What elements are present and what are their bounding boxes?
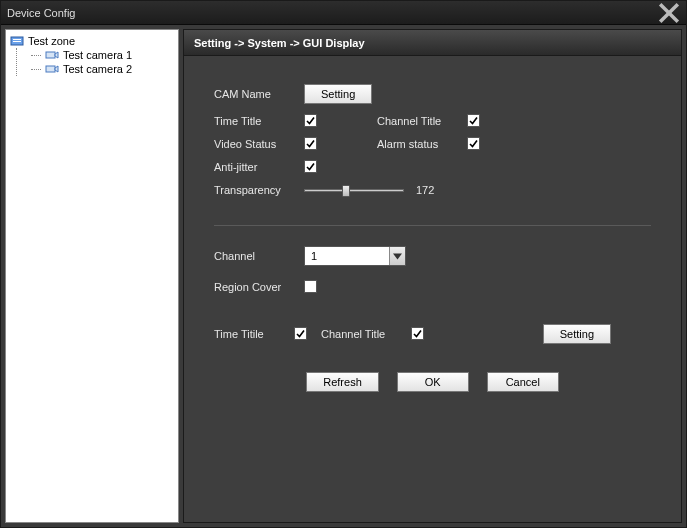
channel-setting-button[interactable]: Setting	[543, 324, 611, 344]
tree-item-camera-1[interactable]: Test camera 1	[17, 48, 176, 62]
tree-item-camera-2[interactable]: Test camera 2	[17, 62, 176, 76]
alarm-status-label: Alarm status	[377, 138, 467, 150]
cam-name-label: CAM Name	[214, 88, 304, 100]
video-status-checkbox[interactable]	[304, 137, 317, 150]
channel-select-value: 1	[305, 250, 389, 262]
cam-name-row: CAM Name Setting	[214, 84, 651, 104]
tree-root-test-zone[interactable]: Test zone	[8, 34, 176, 48]
close-icon[interactable]	[658, 4, 680, 22]
svg-rect-4	[13, 41, 21, 42]
channel-title2-checkbox[interactable]	[411, 327, 424, 340]
video-status-label: Video Status	[214, 138, 304, 150]
alarm-status-checkbox[interactable]	[467, 137, 480, 150]
tree-root-label: Test zone	[28, 35, 75, 47]
main-panel: Setting -> System -> GUI Display CAM Nam…	[183, 29, 682, 523]
transparency-slider[interactable]	[304, 183, 404, 197]
tree-item-label: Test camera 1	[63, 49, 132, 61]
channel-title-checkbox[interactable]	[467, 114, 480, 127]
time-title2-checkbox[interactable]	[294, 327, 307, 340]
transparency-value: 172	[416, 184, 434, 196]
camera-icon	[45, 63, 59, 75]
time-channel-title-row: Time Title Channel Title	[214, 114, 651, 127]
tree-item-label: Test camera 2	[63, 63, 132, 75]
bottom-titles-row: Time Titile Channel Title Setting	[214, 327, 651, 340]
footer-buttons: Refresh OK Cancel	[214, 350, 651, 400]
window-title: Device Config	[7, 7, 658, 19]
svg-rect-3	[13, 39, 21, 40]
refresh-button[interactable]: Refresh	[306, 372, 379, 392]
svg-rect-5	[46, 52, 55, 58]
time-title2-label: Time Titile	[214, 328, 294, 340]
breadcrumb: Setting -> System -> GUI Display	[184, 30, 681, 56]
region-cover-checkbox[interactable]	[304, 280, 317, 293]
channel-title2-label: Channel Title	[321, 328, 411, 340]
channel-label: Channel	[214, 250, 304, 262]
titlebar: Device Config	[1, 1, 686, 25]
anti-jitter-checkbox[interactable]	[304, 160, 317, 173]
settings-panel: CAM Name Setting Time Title Channel Titl…	[184, 56, 681, 522]
cam-name-setting-button[interactable]: Setting	[304, 84, 372, 104]
section-divider	[214, 225, 651, 226]
zone-icon	[10, 35, 24, 47]
transparency-row: Transparency 172	[214, 183, 651, 197]
anti-jitter-row: Anti-jitter	[214, 160, 651, 173]
time-title-label: Time Title	[214, 115, 304, 127]
channel-title-label: Channel Title	[377, 115, 467, 127]
svg-marker-9	[393, 253, 402, 259]
video-alarm-status-row: Video Status Alarm status	[214, 137, 651, 150]
region-cover-row: Region Cover	[214, 280, 651, 293]
device-config-window: Device Config Test zone Test	[0, 0, 687, 528]
window-body: Test zone Test camera 1 Test camera 2	[1, 25, 686, 527]
ok-button[interactable]: OK	[397, 372, 469, 392]
camera-icon	[45, 49, 59, 61]
cancel-button[interactable]: Cancel	[487, 372, 559, 392]
transparency-label: Transparency	[214, 184, 304, 196]
time-title-checkbox[interactable]	[304, 114, 317, 127]
chevron-down-icon	[389, 247, 405, 265]
region-cover-label: Region Cover	[214, 281, 304, 293]
channel-row: Channel 1	[214, 246, 651, 266]
device-tree: Test zone Test camera 1 Test camera 2	[5, 29, 179, 523]
svg-rect-7	[46, 66, 55, 72]
channel-select[interactable]: 1	[304, 246, 406, 266]
anti-jitter-label: Anti-jitter	[214, 161, 304, 173]
